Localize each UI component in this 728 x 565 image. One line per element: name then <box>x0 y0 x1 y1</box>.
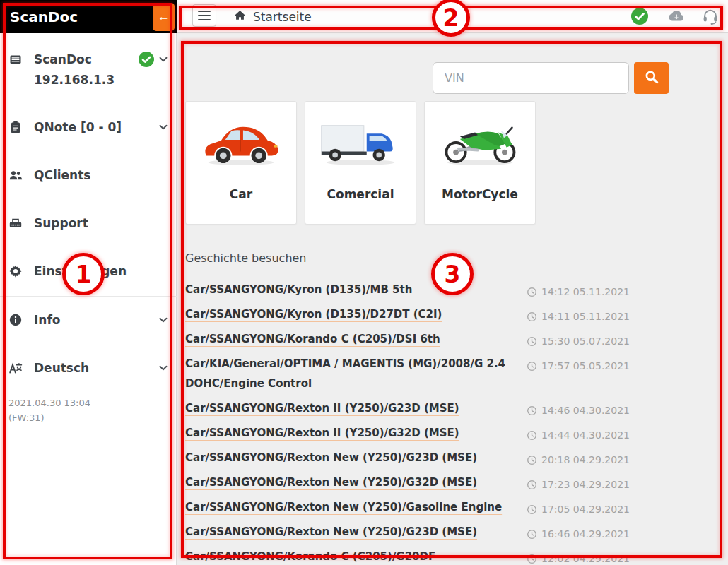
vin-search-button[interactable] <box>634 62 669 94</box>
clock-icon <box>527 455 537 465</box>
clock-icon <box>527 480 537 490</box>
history-timestamp: 12:02 04.29.2021 <box>527 549 630 565</box>
page-title: Startseite <box>253 10 312 24</box>
history-timestamp: 15:30 05.07.2021 <box>527 331 630 351</box>
home-icon <box>233 8 247 25</box>
sidebar-item-scandoc[interactable]: ScanDoc 192.168.1.3 <box>0 47 177 91</box>
users-icon <box>8 168 23 182</box>
history-timestamp: 17:05 04.29.2021 <box>527 499 630 519</box>
search-icon <box>644 69 659 87</box>
breadcrumb-home[interactable]: Startseite <box>233 0 312 33</box>
firmware-version: (FW:31) <box>8 410 90 425</box>
device-datetime: 2021.04.30 13:04 <box>8 396 90 410</box>
history-link[interactable]: Car/SSANGYONG/Rexton New (Y250)/Gasoline… <box>185 497 502 517</box>
hamburger-menu-button[interactable] <box>192 4 216 27</box>
app-brand: ScanDoc <box>10 0 78 33</box>
clipboard-icon <box>8 120 23 134</box>
history-link[interactable]: Car/SSANGYONG/Rexton New (Y250)/G23D (MS… <box>185 522 477 542</box>
history-link[interactable]: Car/SSANGYONG/Rexton II (Y250)/G23D (MSE… <box>185 398 459 418</box>
clock-icon <box>527 336 537 347</box>
sidebar-item-einstellungen[interactable]: Einstellungen <box>0 259 177 283</box>
chevron-down-icon <box>157 314 170 326</box>
history-timestamp: 16:46 04.29.2021 <box>527 524 630 544</box>
history-row: Car/SSANGYONG/Kyron (D135)/D27DT (C2I) 1… <box>185 304 638 324</box>
history-row: Car/SSANGYONG/Rexton New (Y250)/G32D (MS… <box>185 472 638 492</box>
history-timestamp: 17:23 04.29.2021 <box>527 475 630 494</box>
device-ip-address: 192.168.1.3 <box>34 68 115 92</box>
fax-icon <box>8 216 23 230</box>
motorcycle-image <box>435 113 524 174</box>
history-link[interactable]: Car/SSANGYONG/Kyron (D135)/D27DT (C2I) <box>185 304 442 324</box>
history-row: Car/SSANGYONG/Kyron (D135)/MB 5th 14:12 … <box>185 280 638 299</box>
sidebar-item-info[interactable]: Info <box>0 308 177 332</box>
history-row: Car/SSANGYONG/Rexton New (Y250)/Gasoline… <box>185 497 638 517</box>
sidebar-item-label: Info <box>34 308 61 332</box>
sidebar: ScanDoc ← ScanDoc 192.168.1.3 QNote [0 -… <box>0 0 177 565</box>
sidebar-collapse-button[interactable]: ← <box>153 3 175 31</box>
history-row: Car/SSANGYONG/Rexton II (Y250)/G32D (MSE… <box>185 423 638 443</box>
history-timestamp: 14:46 04.30.2021 <box>527 400 630 420</box>
vehicle-card-car[interactable]: Car <box>185 101 297 225</box>
history-timestamp: 17:57 05.05.2021 <box>527 356 630 376</box>
back-arrow-icon: ← <box>158 10 170 24</box>
gear-icon <box>8 264 23 278</box>
vehicle-card-label: Comercial <box>305 187 416 201</box>
history-row: Car/SSANGYONG/Korando C (C205)/G20DF 12:… <box>185 547 638 565</box>
chevron-down-icon <box>157 53 170 66</box>
clock-icon <box>527 504 537 515</box>
sidebar-item-label: Einstellungen <box>34 259 127 283</box>
vin-input[interactable] <box>433 62 629 94</box>
history-row: Car/SSANGYONG/Rexton New (Y250)/G23D (MS… <box>185 522 638 542</box>
topbar: Startseite <box>177 0 728 33</box>
connection-ok-icon <box>138 51 155 68</box>
sidebar-header: ScanDoc ← <box>0 0 177 33</box>
firmware-status: 2021.04.30 13:04 (FW:31) <box>8 396 90 425</box>
vehicle-card-comercial[interactable]: Comercial <box>305 101 416 225</box>
info-icon <box>8 313 23 327</box>
sidebar-divider <box>0 393 177 393</box>
sidebar-item-support[interactable]: Support <box>0 211 177 235</box>
history-link[interactable]: Car/SSANGYONG/Rexton II (Y250)/G32D (MSE… <box>185 423 459 443</box>
sidebar-item-label: QNote [0 - 0] <box>34 115 122 139</box>
history-timestamp: 14:12 05.11.2021 <box>527 282 630 302</box>
sidebar-item-label: Support <box>34 211 88 235</box>
vehicle-card-label: Car <box>186 187 296 201</box>
clock-icon <box>527 361 537 371</box>
headset-icon[interactable] <box>701 7 720 25</box>
sidebar-divider <box>0 296 177 297</box>
history-link[interactable]: Car/SSANGYONG/Kyron (D135)/MB 5th <box>185 280 412 299</box>
clock-icon <box>527 529 537 540</box>
history-row: Car/SSANGYONG/Rexton II (Y250)/G23D (MSE… <box>185 398 638 418</box>
history-link[interactable]: Car/SSANGYONG/Rexton New (Y250)/G23D (MS… <box>185 448 477 468</box>
cloud-download-icon[interactable] <box>667 7 686 25</box>
main-content: Car Comercial <box>177 33 728 565</box>
sidebar-item-qclients[interactable]: QClients <box>0 163 177 187</box>
vehicle-card-label: MotorCycle <box>425 187 535 201</box>
history-link[interactable]: Car/SSANGYONG/Rexton New (Y250)/G32D (MS… <box>185 472 477 492</box>
history-timestamp: 14:11 05.11.2021 <box>527 307 630 326</box>
history-link[interactable]: Car/KIA/General/OPTIMA / MAGENTIS (MG)/2… <box>185 354 512 393</box>
history-link[interactable]: Car/SSANGYONG/Korando C (C205)/G20DF <box>185 547 435 565</box>
clock-icon <box>527 554 537 564</box>
history-row: Car/SSANGYONG/Rexton New (Y250)/G23D (MS… <box>185 448 638 468</box>
truck-image <box>316 113 405 174</box>
chevron-down-icon <box>157 121 170 133</box>
chevron-down-icon <box>157 362 170 374</box>
clock-icon <box>527 405 537 416</box>
sidebar-item-qnote[interactable]: QNote [0 - 0] <box>0 115 177 139</box>
vehicle-card-motorcycle[interactable]: MotorCycle <box>424 101 536 225</box>
history-row: Car/SSANGYONG/Korando C (C205)/DSI 6th 1… <box>185 329 638 349</box>
sidebar-item-language[interactable]: Deutsch <box>0 356 177 380</box>
sidebar-item-label: Deutsch <box>34 356 89 380</box>
history-timestamp: 20:18 04.29.2021 <box>527 450 630 470</box>
history-link[interactable]: Car/SSANGYONG/Korando C (C205)/DSI 6th <box>185 329 440 349</box>
clock-icon <box>527 287 537 297</box>
car-image <box>196 113 286 174</box>
clock-icon <box>527 430 537 441</box>
history-row: Car/KIA/General/OPTIMA / MAGENTIS (MG)/2… <box>185 354 638 393</box>
history-timestamp: 14:44 04.30.2021 <box>527 425 630 445</box>
hamburger-icon <box>198 11 211 13</box>
clock-icon <box>527 311 537 322</box>
language-icon <box>8 361 23 375</box>
connection-ok-icon[interactable] <box>630 7 649 25</box>
